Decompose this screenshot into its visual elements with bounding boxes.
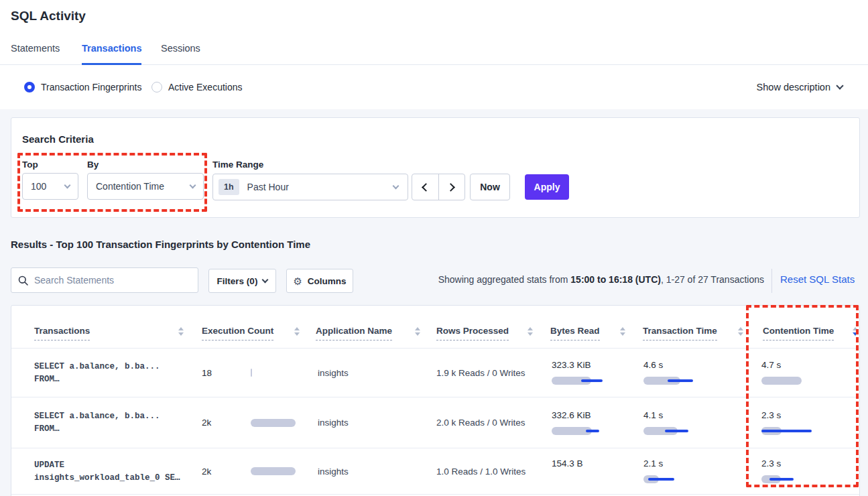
sort-arrows-icon[interactable] (294, 327, 300, 336)
chevron-left-icon (422, 183, 430, 192)
time-range-label: Time Range (212, 160, 263, 170)
column-header-rows-processed[interactable]: Rows Processed (436, 326, 509, 340)
search-criteria-card: Search Criteria Top By Time Range 100 Co… (11, 117, 860, 218)
application-name-value: insights (318, 448, 349, 494)
radio-label: Transaction Fingerprints (41, 82, 141, 92)
transaction-time-bar (643, 475, 707, 484)
sort-arrows-icon[interactable] (528, 327, 533, 336)
top-select-value: 100 (31, 181, 46, 192)
contention-time-cell: 4.7 s (761, 349, 825, 397)
transactions-table: Transactions Execution Count Application… (11, 305, 860, 496)
search-statements-input-wrap (11, 267, 198, 293)
sort-arrows-icon[interactable] (620, 327, 625, 336)
show-description-toggle[interactable]: Show description (757, 65, 843, 109)
column-header-contention-time[interactable]: Contention Time (763, 326, 834, 340)
contention-time-cell: 2.3 s (761, 448, 825, 494)
contention-time-bar (761, 376, 825, 385)
contention-time-bar (761, 475, 825, 484)
previous-time-button[interactable] (412, 174, 439, 200)
show-description-label: Show description (757, 82, 830, 92)
rows-processed-value: 1.0 Reads / 1.0 Writes (436, 448, 525, 494)
view-toggle-row: Transaction Fingerprints Active Executio… (0, 65, 868, 109)
top-label: Top (22, 160, 38, 170)
chevron-down-icon (393, 182, 399, 189)
radio-unselected-icon[interactable] (151, 82, 162, 92)
chevron-down-icon (836, 82, 843, 89)
filters-button[interactable]: Filters (0) (208, 269, 276, 293)
radio-label: Active Executions (168, 82, 243, 92)
bytes-read-bar (552, 426, 615, 436)
contention-time-bar (761, 426, 825, 436)
sort-arrows-icon[interactable] (853, 327, 858, 336)
time-range-badge: 1h (219, 179, 239, 195)
execution-count-bar (251, 448, 314, 494)
column-header-application-name[interactable]: Application Name (316, 326, 392, 340)
rows-processed-value: 1.9 k Reads / 0 Writes (436, 349, 525, 397)
by-select[interactable]: Contention Time (87, 173, 204, 200)
transaction-time-bar (643, 376, 707, 385)
by-select-value: Contention Time (96, 181, 164, 192)
chevron-down-icon (64, 182, 71, 188)
transaction-time-cell: 2.1 s (643, 448, 707, 494)
time-range-select[interactable]: 1h Past Hour (212, 174, 408, 200)
apply-button[interactable]: Apply (525, 174, 569, 200)
transaction-fingerprint-link[interactable]: SELECT a.balance, b.ba...FROM… (34, 397, 160, 448)
transaction-fingerprint-link[interactable]: SELECT a.balance, b.ba...FROM… (34, 349, 160, 397)
tab-transactions[interactable]: Transactions (82, 39, 141, 65)
tab-bar: Statements Transactions Sessions (0, 39, 868, 65)
columns-label: Columns (308, 276, 347, 286)
sort-arrows-icon[interactable] (178, 327, 184, 336)
radio-selected-icon[interactable] (24, 82, 35, 92)
time-range-value: Past Hour (247, 182, 289, 192)
stats-time-range: 15:00 to 16:18 (UTC) (570, 274, 661, 285)
radio-transaction-fingerprints[interactable]: Transaction Fingerprints (24, 65, 141, 109)
execution-count-bar (251, 349, 314, 397)
tab-sessions[interactable]: Sessions (161, 39, 200, 64)
transaction-time-cell: 4.1 s (643, 397, 707, 448)
next-time-button[interactable] (439, 174, 465, 200)
sql-activity-page: SQL Activity Statements Transactions Ses… (0, 0, 868, 496)
search-statements-input[interactable] (34, 275, 191, 286)
tab-statements[interactable]: Statements (11, 39, 60, 64)
chevron-down-icon (262, 277, 269, 284)
column-header-transactions[interactable]: Transactions (34, 326, 90, 340)
table-row[interactable]: SELECT a.balance, b.ba...FROM… 18 insigh… (11, 349, 859, 397)
columns-button[interactable]: ⚙ Columns (286, 269, 353, 293)
transaction-time-cell: 4.6 s (643, 349, 707, 397)
column-header-execution-count[interactable]: Execution Count (202, 326, 273, 340)
time-nav-group (412, 174, 465, 200)
rows-processed-value: 2.0 k Reads / 0 Writes (436, 397, 525, 448)
now-button[interactable]: Now (470, 174, 510, 200)
search-icon (18, 275, 28, 286)
execution-count-bar (251, 397, 314, 448)
search-criteria-heading: Search Criteria (22, 133, 94, 145)
radio-active-executions[interactable]: Active Executions (151, 65, 243, 109)
execution-count-value: 2k (202, 448, 211, 494)
bytes-read-cell: 323.3 KiB (552, 349, 615, 397)
execution-count-value: 2k (202, 397, 211, 448)
gear-icon: ⚙ (293, 276, 302, 286)
transaction-fingerprint-link[interactable]: UPDATEinsights_workload_table_0 SE… (34, 448, 180, 494)
bytes-read-bar (552, 376, 615, 385)
sort-arrows-icon[interactable] (415, 327, 420, 336)
execution-count-value: 18 (202, 349, 212, 397)
application-name-value: insights (318, 349, 349, 397)
results-heading: Results - Top 100 Transaction Fingerprin… (11, 239, 310, 250)
column-header-bytes-read[interactable]: Bytes Read (550, 326, 600, 340)
bytes-read-cell: 332.6 KiB (552, 397, 615, 448)
transaction-time-bar (643, 426, 707, 436)
table-row[interactable]: UPDATEinsights_workload_table_0 SE… 2k i… (11, 448, 859, 495)
column-header-transaction-time[interactable]: Transaction Time (643, 326, 717, 340)
aggregated-stats-text: Showing aggregated stats from 15:00 to 1… (438, 274, 764, 285)
divider (771, 269, 772, 293)
by-label: By (87, 160, 99, 170)
sort-arrows-icon[interactable] (738, 327, 743, 336)
filters-label: Filters (0) (217, 276, 258, 286)
contention-time-cell: 2.3 s (761, 397, 825, 448)
top-select[interactable]: 100 (22, 173, 78, 200)
chevron-right-icon (446, 183, 455, 192)
page-title: SQL Activity (11, 9, 86, 23)
chevron-down-icon (190, 182, 196, 188)
reset-sql-stats-link[interactable]: Reset SQL Stats (780, 273, 855, 285)
table-row[interactable]: SELECT a.balance, b.ba...FROM… 2k insigh… (11, 397, 859, 448)
